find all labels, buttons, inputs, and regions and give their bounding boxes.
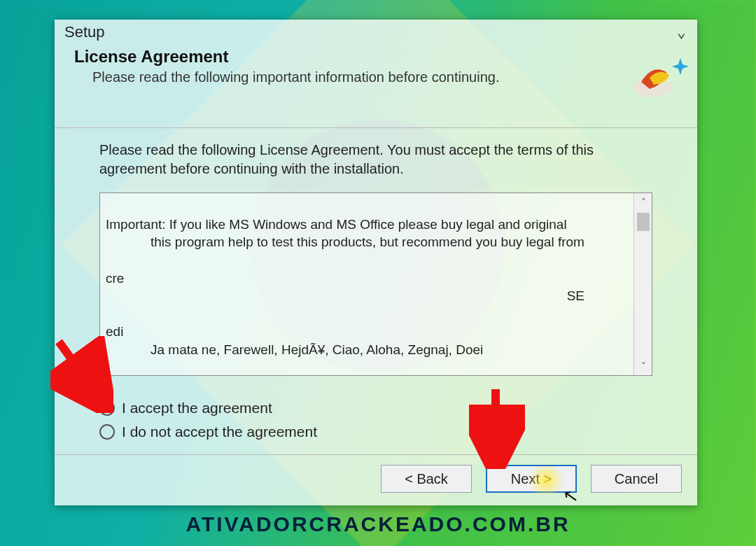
license-text-content: Important: If you like MS Windows and MS… xyxy=(100,193,634,375)
scroll-down-icon[interactable]: ˅ xyxy=(636,358,650,374)
agreement-radios: I accept the agreement I do not accept t… xyxy=(99,400,652,447)
next-button-label: Next > xyxy=(511,471,552,487)
page-heading: License Agreement xyxy=(74,47,678,66)
radio-reject-label: I do not accept the agreement xyxy=(122,424,317,440)
license-line: Important: If you like MS Windows and MS… xyxy=(106,217,567,232)
wizard-header: License Agreement Please read the follow… xyxy=(55,44,697,128)
radio-dot-icon xyxy=(99,424,115,440)
radio-dot-icon xyxy=(99,400,115,416)
radio-reject[interactable]: I do not accept the agreement xyxy=(99,424,652,440)
scroll-up-icon[interactable]: ˄ xyxy=(636,195,650,210)
installer-icon xyxy=(629,44,696,102)
license-line: this program help to test this products,… xyxy=(106,233,626,251)
license-textarea[interactable]: Important: If you like MS Windows and MS… xyxy=(99,192,652,376)
titlebar: Setup ⌄ xyxy=(55,20,697,44)
window-title: Setup xyxy=(64,23,105,41)
cancel-button[interactable]: Cancel xyxy=(591,465,682,493)
radio-accept[interactable]: I accept the agreement xyxy=(99,400,652,416)
radio-accept-label: I accept the agreement xyxy=(122,400,272,416)
window-system-buttons[interactable]: ⌄ xyxy=(677,23,687,41)
license-line: Ja mata ne, Farewell, HejdÃ¥, Ciao, Aloh… xyxy=(106,341,626,359)
wizard-body: Please read the following License Agreem… xyxy=(55,128,697,454)
page-subheading: Please read the following important info… xyxy=(74,69,678,85)
setup-window: Setup ⌄ License Agreement Please read th… xyxy=(55,20,697,505)
back-button[interactable]: < Back xyxy=(381,465,472,493)
instruction-text: Please read the following License Agreem… xyxy=(99,141,652,178)
license-line: SE xyxy=(106,287,626,305)
svg-marker-1 xyxy=(672,58,689,75)
next-button[interactable]: Next > xyxy=(486,465,577,493)
watermark-text: ATIVADORCRACKEADO.COM.BR xyxy=(0,512,756,536)
license-line: cre xyxy=(106,271,124,286)
license-scrollbar[interactable]: ˄ ˅ xyxy=(634,193,652,375)
scroll-thumb[interactable] xyxy=(637,213,650,231)
wizard-footer: < Back Next > Cancel ↖ xyxy=(55,454,697,505)
license-line: edi xyxy=(106,324,123,339)
